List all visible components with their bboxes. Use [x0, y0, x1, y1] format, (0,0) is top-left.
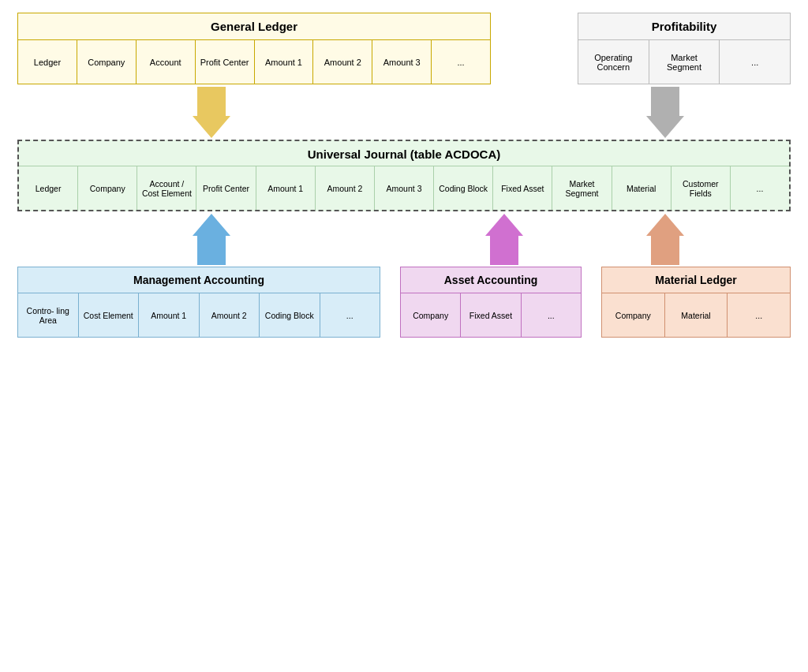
profitability-box: Profitability Operating ConcernMarket Se…: [578, 13, 791, 84]
table-col: Ledger: [19, 166, 78, 210]
table-col: ...: [320, 293, 380, 337]
asset-accounting-columns: CompanyFixed Asset...: [401, 293, 581, 337]
bottom-row: Management Accounting Contro- ling AreaC…: [17, 267, 791, 338]
general-ledger-columns: LedgerCompanyAccountProfit CenterAmount …: [18, 40, 490, 84]
table-col: Amount 1: [139, 293, 200, 337]
arrow-shaft: [197, 236, 226, 265]
asset-accounting-box: Asset Accounting CompanyFixed Asset...: [400, 267, 582, 338]
table-col: Company: [401, 293, 461, 337]
table-col: Company: [77, 40, 137, 84]
material-ledger-columns: CompanyMaterial...: [602, 293, 790, 337]
table-col: Operating Concern: [578, 40, 649, 84]
arrow-shaft: [197, 87, 226, 116]
table-col: Contro- ling Area: [18, 293, 79, 337]
table-col: Ledger: [18, 40, 77, 84]
material-ledger-box: Material Ledger CompanyMaterial...: [601, 267, 791, 338]
arrow-head-up: [485, 214, 523, 236]
arrow-shaft: [490, 236, 518, 265]
management-accounting-box: Management Accounting Contro- ling AreaC…: [17, 267, 380, 338]
table-col: Company: [602, 293, 665, 337]
table-col: Amount 2: [200, 293, 260, 337]
table-col: Amount 2: [316, 166, 375, 210]
table-col: Cost Element: [79, 293, 140, 337]
material-ledger-title: Material Ledger: [602, 267, 790, 293]
top-row: General Ledger LedgerCompanyAccountProfi…: [17, 13, 791, 84]
arrow-profit-to-uj: [646, 87, 684, 138]
table-col: Market Segment: [552, 166, 612, 210]
arrow-head-up: [193, 214, 230, 236]
asset-accounting-title: Asset Accounting: [401, 267, 581, 293]
arrows-down-section: [17, 84, 791, 140]
table-col: Fixed Asset: [461, 293, 521, 337]
table-col: Coding Block: [434, 166, 493, 210]
table-col: Account / Cost Element: [137, 166, 196, 210]
table-col: ...: [432, 40, 490, 84]
table-col: ...: [720, 40, 790, 84]
table-col: Coding Block: [260, 293, 320, 337]
table-col: Amount 1: [255, 40, 314, 84]
table-col: ...: [731, 166, 789, 210]
table-col: Material: [612, 166, 671, 210]
profitability-columns: Operating ConcernMarket Segment...: [578, 40, 790, 84]
table-col: Amount 3: [375, 166, 434, 210]
arrow-shaft: [651, 236, 679, 265]
table-col: Profit Center: [196, 166, 256, 210]
arrows-up-section: [17, 211, 791, 267]
table-col: Amount 1: [256, 166, 316, 210]
table-col: Fixed Asset: [493, 166, 552, 210]
arrow-shaft: [651, 87, 679, 116]
arrow-gl-to-uj: [193, 87, 230, 138]
profitability-title: Profitability: [578, 13, 790, 40]
table-col: ...: [728, 293, 790, 337]
universal-journal-box: Universal Journal (table ACDOCA) LedgerC…: [17, 140, 791, 211]
general-ledger-title: General Ledger: [18, 13, 490, 40]
table-col: Customer Fields: [671, 166, 731, 210]
arrow-head: [646, 116, 684, 138]
table-col: Company: [78, 166, 137, 210]
table-col: ...: [522, 293, 581, 337]
arrow-uj-to-mgmt: [193, 214, 230, 265]
table-col: Amount 3: [372, 40, 432, 84]
table-col: Market Segment: [649, 40, 720, 84]
management-accounting-columns: Contro- ling AreaCost ElementAmount 1Amo…: [18, 293, 380, 337]
arrow-uj-to-material: [646, 214, 684, 265]
table-col: Profit Center: [196, 40, 255, 84]
arrow-head: [193, 116, 230, 138]
table-col: Amount 2: [313, 40, 372, 84]
diagram: General Ledger LedgerCompanyAccountProfi…: [17, 13, 791, 659]
table-col: Material: [665, 293, 728, 337]
arrow-head-up: [646, 214, 684, 236]
arrow-uj-to-asset: [485, 214, 523, 265]
table-col: Account: [137, 40, 196, 84]
universal-journal-title: Universal Journal (table ACDOCA): [19, 141, 789, 166]
management-accounting-title: Management Accounting: [18, 267, 380, 293]
universal-journal-columns: LedgerCompanyAccount / Cost ElementProfi…: [19, 166, 789, 210]
general-ledger-box: General Ledger LedgerCompanyAccountProfi…: [17, 13, 491, 84]
